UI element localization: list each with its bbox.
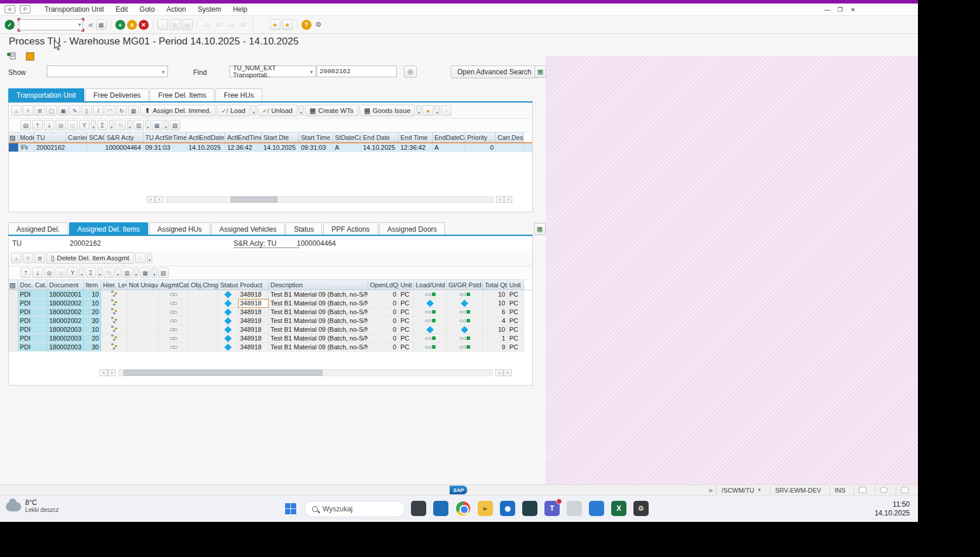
status-transaction[interactable]: /SCWM/TU▼	[716, 486, 766, 494]
status-cell[interactable]	[218, 334, 238, 343]
taskbar-weather-widget[interactable]: 8°C Lekki deszcz	[6, 499, 59, 514]
cell[interactable]	[127, 334, 159, 343]
cell[interactable]: 0	[368, 325, 399, 334]
column-header-total-qty-14[interactable]: Total Qty	[483, 280, 508, 290]
column-header-actlendtime[interactable]: ActlEndTime	[225, 132, 262, 142]
gi-gr-cell[interactable]	[447, 317, 483, 325]
load-unld-cell[interactable]	[414, 317, 447, 325]
scroll-left-icon[interactable]: ‹	[495, 369, 503, 376]
tab-free-deliveries[interactable]: Free Deliveries	[85, 88, 149, 101]
file-explorer-icon[interactable]: ▸	[478, 501, 493, 516]
cell[interactable]	[101, 325, 127, 334]
scroll-left-icon[interactable]: ‹	[100, 369, 108, 376]
load-unld-cell[interactable]	[414, 290, 447, 299]
column-header-asgmtcat-5[interactable]: AsgmtCat	[159, 280, 189, 290]
load-unld-cell[interactable]	[414, 325, 447, 334]
assign-del-immed-button[interactable]: ⬆Assign Del. Immed.	[140, 105, 215, 116]
status-cell[interactable]	[218, 290, 238, 299]
edit-icon[interactable]: ✎	[70, 105, 80, 116]
cell[interactable]: 14.10.2025	[187, 143, 225, 152]
copy-icon[interactable]: ▣	[58, 105, 68, 116]
enter-icon[interactable]: ✓	[5, 20, 15, 30]
sap-window-icon[interactable]: P	[20, 5, 30, 13]
cell[interactable]: 1000004464	[105, 143, 143, 152]
restore-button[interactable]: ❐	[834, 5, 847, 14]
status-connection-icon[interactable]	[875, 486, 892, 494]
exit-icon[interactable]: ✕	[139, 20, 149, 30]
column-header-product-8[interactable]: Product	[238, 280, 269, 290]
dropdown-arrow-icon[interactable]: ▾	[251, 105, 256, 116]
save-icon[interactable]: ▦	[128, 105, 139, 116]
scroll-right-icon[interactable]: ›	[503, 369, 512, 376]
product-cell[interactable]: 348918	[238, 317, 269, 325]
next-page-icon[interactable]: ▱	[226, 19, 237, 30]
scroll-right-icon[interactable]: ›	[504, 196, 512, 203]
product-cell[interactable]: 348918	[238, 325, 269, 334]
tab-assigned-del-items[interactable]: Assigned Del. Items	[69, 222, 148, 235]
page-up-icon[interactable]: ∧	[127, 20, 137, 30]
load-button[interactable]: ✓/Load	[217, 105, 250, 116]
cell[interactable]: 180002003	[47, 343, 84, 352]
display-log-icon[interactable]	[25, 51, 35, 61]
cell[interactable]	[159, 308, 189, 317]
column-header-end-date[interactable]: End Date	[361, 132, 399, 142]
menu-item-help[interactable]: Help	[227, 4, 253, 15]
cell[interactable]: PC	[399, 290, 414, 299]
product-cell[interactable]: 348918	[238, 334, 269, 343]
collapse-panel-icon[interactable]: ▦	[534, 223, 546, 235]
gi-gr-cell[interactable]	[447, 343, 483, 352]
cell[interactable]: 180002003	[47, 334, 84, 343]
tab-assigned-del-[interactable]: Assigned Del.	[8, 222, 68, 235]
table-row[interactable]: PDI18000200230348918Test B1 Material 09 …	[9, 317, 532, 325]
cell[interactable]: PC	[508, 334, 524, 343]
status-expand-icon[interactable]: »	[708, 486, 712, 494]
settings-app-icon[interactable]: ⚙	[633, 501, 649, 516]
column-header-tu-actstrtime[interactable]: TU ActStrTime	[143, 132, 187, 142]
open-advanced-search-button[interactable]: Open Advanced Search	[451, 66, 538, 78]
table-row[interactable]: PDI18000200320348918Test B1 Material 09 …	[9, 334, 532, 343]
menu-item-system[interactable]: System	[192, 4, 227, 15]
cell[interactable]: PC	[399, 325, 414, 334]
export-icon[interactable]: ▥	[133, 120, 144, 130]
gray-app-icon[interactable]	[567, 501, 582, 516]
wand-icon[interactable]: /	[93, 105, 104, 116]
column-header-not-unique-4[interactable]: Not Unique	[127, 280, 159, 290]
cell[interactable]: 30	[84, 343, 101, 352]
unload-button[interactable]: ✓/Unload	[258, 105, 297, 116]
dropdown-arrow-icon[interactable]: ▾	[434, 105, 440, 116]
subtotal-icon[interactable]: %	[104, 267, 114, 278]
table-row[interactable]: PDI18000200210348918Test B1 Material 09 …	[9, 299, 532, 308]
product-cell[interactable]: 348918	[238, 343, 269, 352]
load-unld-cell[interactable]	[414, 299, 447, 308]
mode-cell[interactable]	[18, 143, 35, 152]
help-icon[interactable]: ?	[301, 20, 311, 30]
table-row[interactable]: 20002162100000446409:31:0314.10.202512:3…	[9, 143, 532, 152]
cell[interactable]: PC	[399, 308, 414, 317]
cell[interactable]: 6	[483, 308, 508, 317]
create-wts-button[interactable]: ▦Create WTs	[305, 105, 358, 116]
delete-icon[interactable]: ▯	[81, 105, 92, 116]
more-functions-icon[interactable]: ·	[441, 105, 451, 116]
details-icon[interactable]: ≣	[35, 253, 45, 263]
menu-item-goto[interactable]: Goto	[133, 4, 160, 15]
dropdown-arrow-icon[interactable]: ▾	[115, 267, 121, 278]
load-unld-cell[interactable]	[414, 334, 447, 343]
cell[interactable]: 14.10.2025	[262, 143, 299, 152]
cell[interactable]: Test B1 Material 09 (Batch, no-S/N)	[269, 299, 368, 308]
windows-start-button[interactable]	[285, 503, 296, 514]
delete-del-item-assgmt-button[interactable]: ▯Delete Del. Item Assgmt	[46, 252, 134, 264]
column-header-hier-lev--3[interactable]: Hier. Lev.	[101, 280, 127, 290]
cell[interactable]: 20	[84, 334, 101, 343]
cell[interactable]: PDI	[18, 299, 47, 308]
cell[interactable]	[159, 334, 189, 343]
find-icon[interactable]: ◎	[170, 19, 180, 30]
teal-app-icon[interactable]	[522, 501, 537, 516]
product-cell[interactable]: 348918	[238, 290, 269, 299]
cell[interactable]	[159, 290, 189, 299]
scroll-thumb[interactable]	[231, 197, 277, 202]
blue-lock-app-icon[interactable]: ◉	[500, 501, 515, 516]
product-cell[interactable]: 348918	[238, 308, 269, 317]
cell[interactable]: PC	[508, 290, 524, 299]
cell[interactable]	[159, 299, 189, 308]
table-row[interactable]: PDI18000200110348918Test B1 Material 09 …	[9, 290, 532, 299]
